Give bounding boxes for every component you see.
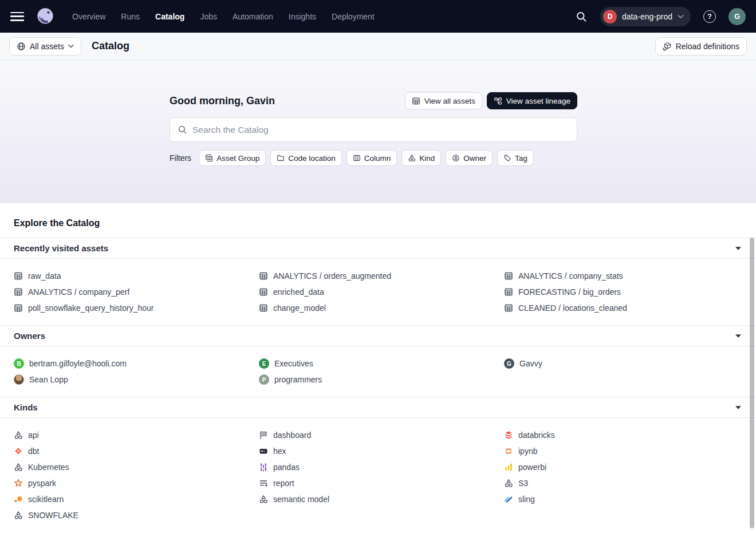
asset-link[interactable]: poll_snowflake_query_history_hour xyxy=(14,300,259,316)
owner-link[interactable]: E Executives xyxy=(259,356,504,372)
section-header-recent[interactable]: Recently visited assets xyxy=(0,238,756,259)
nav-automation[interactable]: Automation xyxy=(233,12,273,21)
kind-link[interactable]: powerbi xyxy=(504,459,749,475)
owner-avatar: E xyxy=(259,358,269,369)
owner-link[interactable]: B bertram.gilfoyle@hooli.com xyxy=(14,356,259,372)
asset-link[interactable]: ANALYTICS / company_stats xyxy=(504,268,749,284)
table-icon xyxy=(504,287,513,297)
recent-assets-list: raw_data ANALYTICS / company_perf poll_s… xyxy=(0,259,756,325)
chevron-down-icon xyxy=(68,44,74,48)
filter-asset-group[interactable]: Asset Group xyxy=(199,150,266,166)
owner-link[interactable]: G Gavvy xyxy=(504,356,749,372)
asset-link[interactable]: FORECASTING / big_orders xyxy=(504,284,749,300)
help-button[interactable]: ? xyxy=(700,7,719,26)
asset-link[interactable]: ANALYTICS / orders_augmented xyxy=(259,268,504,284)
folder-icon xyxy=(277,154,285,162)
nav-insights[interactable]: Insights xyxy=(289,12,316,21)
powerbi-icon xyxy=(504,463,513,472)
filter-column[interactable]: Column xyxy=(346,150,397,166)
asset-link[interactable]: ANALYTICS / company_perf xyxy=(14,284,259,300)
filter-label: Column xyxy=(364,154,391,163)
filter-kind[interactable]: Kind xyxy=(401,150,441,166)
deployment-switcher[interactable]: D data-eng-prod xyxy=(600,7,691,26)
owner-avatar: B xyxy=(14,358,24,369)
kind-link[interactable]: dashboard xyxy=(259,427,504,443)
hamburger-menu-icon[interactable] xyxy=(10,12,24,21)
filter-label: Asset Group xyxy=(216,154,259,163)
vertical-scrollbar[interactable] xyxy=(750,238,754,528)
greeting-heading: Good morning, Gavin xyxy=(170,95,275,107)
explore-heading: Explore the Catalog xyxy=(0,203,756,238)
kind-link[interactable]: S3 xyxy=(504,475,749,491)
nav-jobs[interactable]: Jobs xyxy=(200,12,217,21)
filters-label: Filters xyxy=(170,153,191,163)
column-icon xyxy=(353,154,361,162)
kind-link[interactable]: scikitlearn xyxy=(14,491,259,507)
section-title: Owners xyxy=(14,331,45,341)
filter-code-location[interactable]: Code location xyxy=(270,150,342,166)
owner-avatar: P xyxy=(259,374,269,385)
kind-link[interactable]: ipynb xyxy=(504,443,749,459)
kind-link[interactable]: sling xyxy=(504,491,749,507)
kind-link[interactable]: api xyxy=(14,427,259,443)
report-icon xyxy=(259,479,268,488)
kind-link[interactable]: Kubernetes xyxy=(14,459,259,475)
pyspark-icon xyxy=(14,479,23,488)
scikitlearn-icon xyxy=(14,495,23,504)
owner-avatar: G xyxy=(504,358,514,369)
asset-scope-selector[interactable]: All assets xyxy=(9,37,81,56)
filter-label: Code location xyxy=(288,154,336,163)
asset-link[interactable]: raw_data xyxy=(14,268,259,284)
section-header-owners[interactable]: Owners xyxy=(0,325,756,346)
page-title: Catalog xyxy=(92,40,129,52)
kind-link[interactable]: pandas xyxy=(259,459,504,475)
owner-link[interactable]: P programmers xyxy=(259,372,504,388)
filter-tag[interactable]: Tag xyxy=(497,150,534,166)
table-icon xyxy=(14,271,23,281)
table-icon xyxy=(259,303,268,313)
search-icon xyxy=(576,11,587,22)
kind-link[interactable]: databricks xyxy=(504,427,749,443)
catalog-search-box xyxy=(170,117,577,142)
kind-link[interactable]: report xyxy=(259,475,504,491)
catalog-search-input[interactable] xyxy=(192,125,569,135)
owner-avatar-photo xyxy=(14,374,24,385)
tag-icon xyxy=(503,154,511,162)
owner-link[interactable]: Sean Lopp xyxy=(14,372,259,388)
nav-deployment[interactable]: Deployment xyxy=(332,12,375,21)
nav-overview[interactable]: Overview xyxy=(72,12,105,21)
user-avatar[interactable]: G xyxy=(729,8,746,25)
view-all-assets-label: View all assets xyxy=(424,97,475,105)
dagster-logo-icon[interactable] xyxy=(34,6,56,27)
kind-link[interactable]: semantic model xyxy=(259,491,504,507)
reload-definitions-label: Reload definitions xyxy=(676,42,739,51)
section-header-kinds[interactable]: Kinds xyxy=(0,397,756,418)
collapse-chevron-icon xyxy=(735,406,741,409)
owner-icon xyxy=(452,154,460,162)
nav-runs[interactable]: Runs xyxy=(121,12,140,21)
table-icon xyxy=(504,303,513,313)
search-button[interactable] xyxy=(572,7,591,26)
kind-link[interactable]: pyspark xyxy=(14,475,259,491)
kind-generic-icon xyxy=(14,431,23,440)
asset-link[interactable]: CLEANED / locations_cleaned xyxy=(504,300,749,316)
filter-label: Owner xyxy=(463,154,486,163)
collapse-chevron-icon xyxy=(735,247,741,250)
view-asset-lineage-button[interactable]: View asset lineage xyxy=(487,92,577,109)
table-icon xyxy=(412,97,420,105)
table-icon xyxy=(259,271,268,281)
kind-link[interactable]: SNOWFLAKE xyxy=(14,507,259,523)
reload-definitions-button[interactable]: Reload definitions xyxy=(655,37,747,56)
dbt-icon xyxy=(14,447,23,456)
view-all-assets-button[interactable]: View all assets xyxy=(405,92,482,109)
nav-catalog[interactable]: Catalog xyxy=(155,12,184,21)
kind-link[interactable]: dbt xyxy=(14,443,259,459)
asset-link[interactable]: enriched_data xyxy=(259,284,504,300)
asset-link[interactable]: change_model xyxy=(259,300,504,316)
kind-link[interactable]: hex xyxy=(259,443,504,459)
search-icon xyxy=(178,125,187,135)
collapse-chevron-icon xyxy=(735,334,741,338)
filter-owner[interactable]: Owner xyxy=(446,150,493,166)
section-title: Kinds xyxy=(14,402,38,412)
table-icon xyxy=(14,303,23,313)
